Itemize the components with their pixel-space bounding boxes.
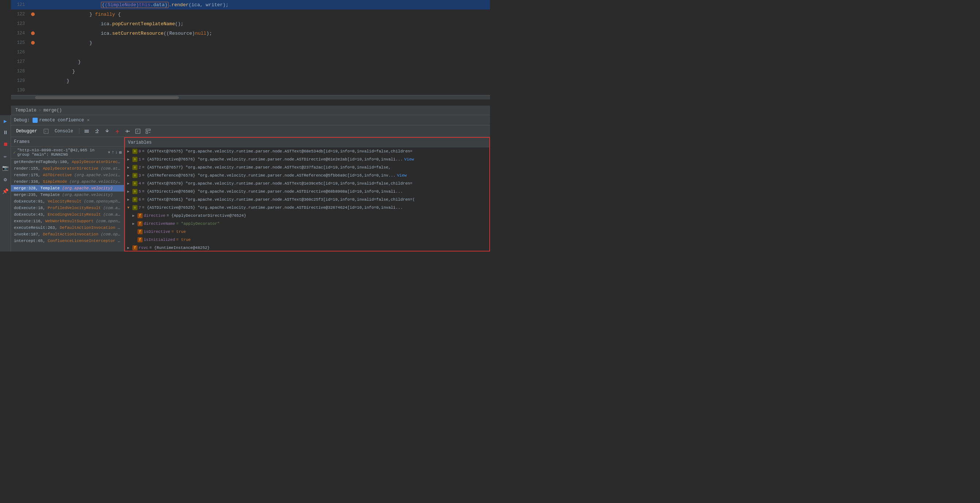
var-icon-isdirective: f (137, 229, 143, 234)
frame-item-2[interactable]: render:175, ASTDirective (org.apache.vel… (11, 172, 124, 178)
frame-item-11[interactable]: invoke:187, DefaultActionInvocation (com… (11, 231, 124, 238)
line-num-130: 130 (11, 88, 29, 93)
editor-scrollbar[interactable] (11, 95, 490, 100)
line-num-128: 128 (11, 69, 29, 74)
var-key-2: 2 (138, 165, 141, 170)
variables-label: Variables (128, 140, 152, 145)
var-expand-0[interactable]: ▶ (127, 149, 132, 154)
var-expand-3[interactable]: ▶ (127, 173, 132, 178)
var-expand-6[interactable]: ▶ (127, 197, 132, 202)
frame-item-7[interactable]: doExecute:18, ProfiledVelocityResult (co… (11, 205, 124, 211)
var-key-directivename: directiveName (144, 222, 175, 226)
frames-label: Frames (14, 139, 30, 144)
var-icon-5: ≡ (132, 189, 137, 194)
var-expand-1[interactable]: ▶ (127, 157, 132, 162)
breakpoint-122[interactable] (31, 13, 35, 16)
code-line-130: 130 (11, 86, 490, 95)
var-expand-2[interactable]: ▶ (127, 165, 132, 170)
sidebar-camera-icon[interactable]: 📷 (1, 163, 10, 172)
thread-dropdown-arrow[interactable]: ▼ (108, 151, 110, 155)
gutter-125 (29, 41, 37, 44)
var-item-4[interactable]: ▶ ≡ 4 = {ASTText@76579} "org.apache.velo… (125, 179, 489, 187)
var-expand-directivename[interactable]: ▶ (132, 222, 137, 226)
var-expand-rsvc[interactable]: ▶ (127, 246, 132, 250)
frames-panel: Frames ✓ "http-nio-8090-exec-1"@42,965 i… (11, 137, 124, 252)
session-icon (33, 118, 38, 123)
frame-item-8[interactable]: doExecute:43, EncodingVelocityResult (co… (11, 211, 124, 218)
tab-debugger[interactable]: Debugger (13, 127, 40, 136)
var-item-7[interactable]: ▼ ≡ 7 = {ASTDirective@76525} "org.apache… (125, 204, 489, 212)
line-num-122: 122 (11, 12, 29, 17)
var-expand-4[interactable]: ▶ (127, 181, 132, 186)
svg-rect-10 (146, 129, 150, 130)
var-value-5: = {ASTDirective@76580} "org.apache.veloc… (142, 189, 403, 194)
var-link-1[interactable]: View (404, 157, 414, 162)
var-item-rsvc[interactable]: ▶ f rsvc = {RuntimeInstance@48252} (125, 244, 489, 251)
frame-item-4[interactable]: merge:328, Template (org.apache.velocity… (11, 185, 124, 192)
var-item-1[interactable]: ▶ ≡ 1 = {ASTDirective@76576} "org.apache… (125, 156, 489, 163)
var-expand-7[interactable]: ▼ (127, 206, 132, 210)
var-item-3[interactable]: ▶ ≡ 3 = {ASTReference@76578} "org.apache… (125, 171, 489, 179)
var-item-isinitialized[interactable]: f isInitialized = true (125, 236, 489, 244)
thread-check-icon: ✓ (13, 150, 16, 156)
var-link-3[interactable]: View (397, 173, 407, 178)
frame-item-3[interactable]: render:336, SimpleNode (org.apache.veloc… (11, 178, 124, 185)
var-icon-2: ≡ (132, 165, 137, 170)
var-item-directive[interactable]: ▶ f directive = {ApplyDecoratorDirective… (125, 212, 489, 220)
restore-layout-btn[interactable] (82, 127, 91, 136)
sidebar-edit-icon[interactable]: ✏ (1, 152, 10, 160)
frame-item-0[interactable]: getRenderedTagBody:180, ApplyDecoratorDi… (11, 159, 124, 165)
var-value-2: = {ASTText@76577} "org.apache.velocity.r… (142, 165, 391, 170)
breadcrumb-template[interactable]: Template (15, 108, 37, 113)
more-options-btn[interactable] (144, 127, 153, 136)
sidebar-settings-icon[interactable]: ⚙ (1, 175, 10, 184)
run-to-cursor-btn[interactable] (123, 127, 132, 136)
var-item-2[interactable]: ▶ ≡ 2 = {ASTText@76577} "org.apache.velo… (125, 163, 489, 171)
session-name: remote confluence (39, 118, 84, 123)
var-value-directivename: = "applyDecorator" (176, 222, 220, 226)
debug-label: Debug: (14, 118, 30, 123)
var-item-directivename[interactable]: ▶ f directiveName = "applyDecorator" (125, 220, 489, 228)
editor-scrollbar-thumb[interactable] (35, 96, 179, 99)
code-editor: 121 ((SimpleNode)this.data).render(ica, … (11, 0, 490, 106)
var-expand-directive[interactable]: ▶ (132, 214, 137, 218)
frame-item-1[interactable]: render:155, ApplyDecoratorDirective (com… (11, 165, 124, 172)
var-expand-5[interactable]: ▶ (127, 189, 132, 194)
debug-content: Frames ✓ "http-nio-8090-exec-1"@42,965 i… (11, 137, 490, 252)
frame-item-6[interactable]: doExecute:91, VelocityResult (com.opensy… (11, 198, 124, 205)
var-icon-4: ≡ (132, 181, 137, 186)
tab-console[interactable]: Console (52, 127, 76, 136)
thread-up-arrow[interactable]: ↑ (111, 150, 114, 155)
var-value-rsvc: = {RuntimeInstance@48252} (149, 246, 210, 250)
debug-toolbar: Debugger > Console f (11, 125, 490, 137)
thread-down-arrow[interactable]: ↓ (115, 150, 118, 155)
sidebar-stop-icon[interactable]: ⏹ (1, 140, 10, 149)
var-item-0[interactable]: ▶ ≡ 0 = {ASTText@76575} "org.apache.velo… (125, 147, 489, 156)
thread-filter-icon[interactable]: ⊞ (119, 150, 122, 156)
var-icon-3: ≡ (132, 173, 137, 178)
session-close[interactable]: ✕ (87, 117, 89, 123)
var-item-isdirective[interactable]: f isDirective = true (125, 228, 489, 236)
sidebar-pin-icon[interactable]: 📌 (1, 187, 10, 195)
frame-item-5[interactable]: merge:235, Template (org.apache.velocity… (11, 192, 124, 198)
debug-header: Debug: remote confluence ✕ (11, 115, 490, 125)
evaluate-btn[interactable]: f (134, 127, 142, 136)
var-value-4: = {ASTText@76579} "org.apache.velocity.r… (142, 181, 412, 186)
frame-item-9[interactable]: execute:116, WebWorkResultSupport (com.o… (11, 218, 124, 224)
var-value-isinitialized: = true (176, 238, 191, 242)
var-item-5[interactable]: ▶ ≡ 5 = {ASTDirective@76580} "org.apache… (125, 187, 489, 195)
breadcrumb-method[interactable]: merge() (43, 108, 62, 113)
var-key-3: 3 (138, 173, 141, 178)
step-out-btn[interactable] (113, 127, 122, 136)
frame-item-12[interactable]: intercept:65, ConfluenceLicenseIntercept… (11, 238, 124, 244)
breakpoint-125[interactable] (31, 41, 35, 44)
breakpoint-124[interactable] (31, 32, 35, 35)
thread-selector[interactable]: ✓ "http-nio-8090-exec-1"@42,965 in group… (11, 147, 124, 159)
debug-session: remote confluence ✕ (33, 117, 89, 123)
frame-item-10[interactable]: executeResult:263, DefaultActionInvocati… (11, 224, 124, 231)
step-into-btn[interactable] (103, 127, 111, 136)
step-over-btn[interactable] (92, 127, 101, 136)
var-item-6[interactable]: ▶ ≡ 6 = {ASTText@76581} "org.apache.velo… (125, 195, 489, 204)
sidebar-pause-icon[interactable]: ⏸ (1, 128, 10, 137)
sidebar-run-icon[interactable]: ▶ (1, 117, 10, 125)
